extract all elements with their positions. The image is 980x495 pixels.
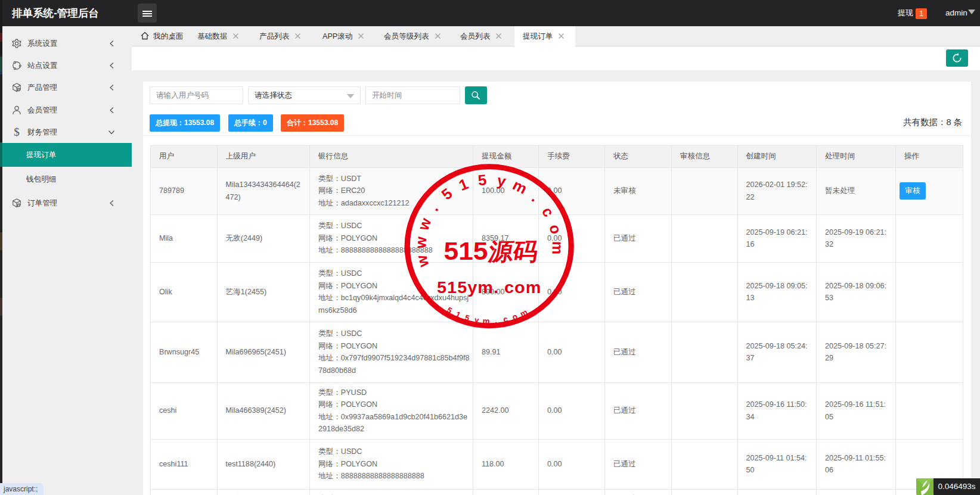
svg-text:w: w bbox=[412, 236, 430, 249]
svg-text:o: o bbox=[546, 223, 565, 236]
svg-text:m: m bbox=[549, 241, 566, 255]
svg-text:5: 5 bbox=[438, 185, 455, 203]
svg-text:源码: 源码 bbox=[486, 239, 540, 265]
svg-text:w: w bbox=[414, 216, 435, 233]
svg-text:5: 5 bbox=[477, 172, 487, 189]
svg-text:c: c bbox=[539, 204, 558, 220]
svg-text:515: 515 bbox=[444, 236, 488, 265]
svg-text:y: y bbox=[496, 172, 507, 189]
svg-text:.: . bbox=[529, 190, 544, 205]
svg-text:515ym. com: 515ym. com bbox=[437, 278, 541, 297]
svg-text:m: m bbox=[510, 176, 530, 197]
svg-text:.: . bbox=[425, 201, 441, 214]
svg-text:m: m bbox=[482, 316, 489, 325]
svg-text:.: . bbox=[494, 316, 497, 325]
svg-text:w: w bbox=[413, 254, 432, 269]
svg-text:1: 1 bbox=[457, 175, 471, 194]
